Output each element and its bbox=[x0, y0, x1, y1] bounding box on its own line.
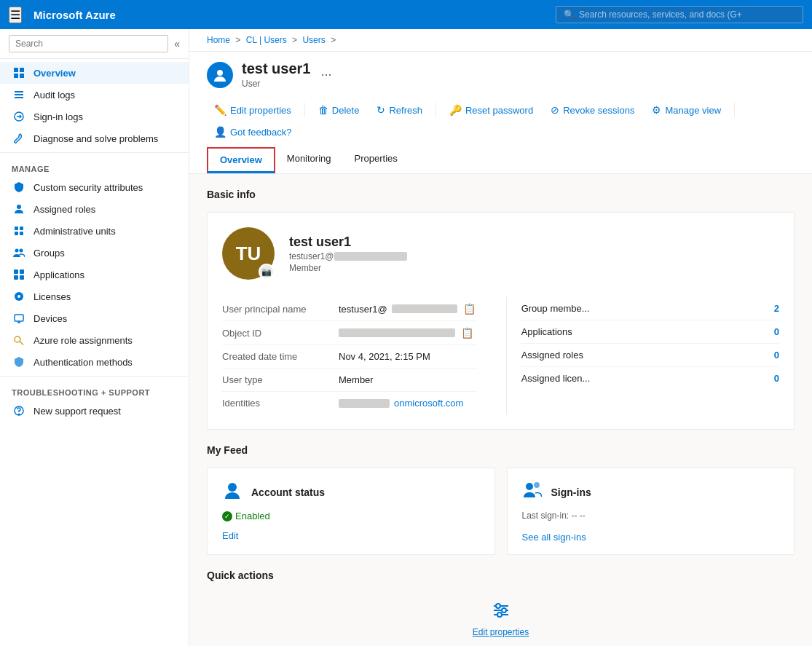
status-enabled: ✓ Enabled bbox=[222, 511, 270, 521]
sidebar-item-support[interactable]: New support request bbox=[0, 400, 189, 422]
sidebar-search-row: « bbox=[0, 29, 189, 59]
svg-point-8 bbox=[17, 205, 21, 209]
manage-view-button[interactable]: ⚙ Manage view bbox=[645, 101, 728, 119]
breadcrumb-cl-users[interactable]: CL | Users bbox=[246, 35, 287, 45]
stat-value-apps[interactable]: 0 bbox=[765, 326, 779, 337]
stat-label-roles: Assigned roles bbox=[521, 350, 765, 361]
sidebar-item-diagnose[interactable]: Diagnose and solve problems bbox=[0, 127, 189, 149]
see-all-signins-link[interactable]: See all sign-ins bbox=[522, 532, 586, 543]
tab-monitoring[interactable]: Monitoring bbox=[275, 147, 343, 173]
sidebar-item-assigned-roles[interactable]: Assigned roles bbox=[0, 198, 189, 220]
reset-pwd-label: Reset password bbox=[465, 105, 533, 116]
manage-view-label: Manage view bbox=[665, 105, 721, 116]
sidebar-item-label: Devices bbox=[33, 313, 67, 324]
quick-actions-area: Edit properties bbox=[207, 593, 795, 637]
svg-point-27 bbox=[217, 70, 223, 76]
sign-ins-title: Sign-ins bbox=[551, 487, 591, 498]
svg-point-29 bbox=[526, 483, 533, 490]
user-profile-name: test user1 bbox=[289, 235, 407, 250]
page-header: test user1 User ··· ✏️ Edit properties 🗑… bbox=[189, 52, 812, 174]
sidebar-item-overview[interactable]: Overview bbox=[0, 62, 189, 84]
sidebar-item-licenses[interactable]: Licenses bbox=[0, 285, 189, 307]
sidebar-divider bbox=[0, 152, 189, 153]
tab-overview[interactable]: Overview bbox=[207, 147, 275, 173]
user-profile-info: test user1 testuser1@ Member bbox=[289, 235, 407, 273]
sidebar-item-custom-security[interactable]: Custom security attributes bbox=[0, 176, 189, 198]
stat-label-groups: Group membe... bbox=[521, 303, 765, 314]
sidebar-item-auth-methods[interactable]: Authentication methods bbox=[0, 351, 189, 373]
quick-action-edit-properties-link[interactable]: Edit properties bbox=[473, 627, 529, 637]
user-avatar-large: TU 📷 bbox=[222, 227, 275, 280]
hamburger-menu[interactable]: ☰ bbox=[9, 7, 22, 23]
inner-content: Basic info TU 📷 test user1 testuser1@ Me… bbox=[189, 174, 812, 646]
account-status-header: Account status bbox=[222, 480, 480, 505]
toolbar-separator-3 bbox=[734, 103, 735, 117]
sidebar-item-label: New support request bbox=[33, 406, 121, 417]
info-label-identities: Identities bbox=[222, 398, 339, 409]
sidebar-item-azure-roles[interactable]: Azure role assignments bbox=[0, 329, 189, 351]
svg-point-30 bbox=[534, 482, 540, 488]
support-icon bbox=[12, 405, 26, 417]
revoke-sessions-button[interactable]: ⊘ Revoke sessions bbox=[543, 101, 642, 119]
account-status-title: Account status bbox=[251, 487, 325, 498]
manage-section-label: Manage bbox=[0, 156, 189, 176]
info-row-usertype: User type Member bbox=[222, 369, 477, 392]
svg-point-23 bbox=[15, 336, 20, 342]
sidebar-item-audit-logs[interactable]: Audit logs bbox=[0, 84, 189, 106]
info-value-identities: onmicrosoft.com bbox=[339, 398, 477, 409]
sidebar: « Overview Audit logs Sign-in logs bbox=[0, 29, 189, 646]
page-header-top: test user1 User ··· bbox=[207, 60, 795, 89]
stat-value-groups[interactable]: 2 bbox=[765, 303, 779, 314]
svg-rect-10 bbox=[20, 227, 23, 230]
user-title-area: test user1 User bbox=[242, 60, 317, 89]
identity-link[interactable]: onmicrosoft.com bbox=[394, 398, 463, 409]
svg-rect-0 bbox=[14, 68, 18, 72]
feedback-button[interactable]: 👤 Got feedback? bbox=[207, 122, 299, 141]
admin-icon bbox=[12, 225, 26, 237]
toolbar-separator-2 bbox=[435, 103, 436, 117]
toolbar-separator-1 bbox=[304, 103, 305, 117]
key-icon bbox=[12, 334, 26, 346]
sidebar-item-applications[interactable]: Applications bbox=[0, 264, 189, 285]
reset-password-button[interactable]: 🔑 Reset password bbox=[442, 101, 540, 119]
sidebar-divider-2 bbox=[0, 376, 189, 377]
copy-objectid-button[interactable]: 📋 bbox=[460, 327, 475, 339]
sidebar-item-devices[interactable]: Devices bbox=[0, 307, 189, 329]
breadcrumb-users[interactable]: Users bbox=[302, 35, 325, 45]
breadcrumb: Home > CL | Users > Users > bbox=[189, 29, 812, 52]
stat-value-roles[interactable]: 0 bbox=[765, 350, 779, 361]
sidebar-item-groups[interactable]: Groups bbox=[0, 242, 189, 264]
svg-rect-18 bbox=[20, 275, 24, 280]
more-options-button[interactable]: ··· bbox=[317, 66, 336, 84]
global-search[interactable]: 🔍 Search resources, services, and docs (… bbox=[556, 6, 803, 23]
sidebar-item-label: Overview bbox=[33, 68, 76, 79]
info-value-objectid: 📋 bbox=[339, 327, 477, 339]
edit-label: Edit properties bbox=[230, 105, 291, 116]
search-input[interactable] bbox=[9, 35, 168, 52]
tab-properties[interactable]: Properties bbox=[343, 147, 409, 173]
stat-label-apps: Applications bbox=[521, 326, 765, 337]
delete-icon: 🗑 bbox=[318, 104, 328, 116]
breadcrumb-home[interactable]: Home bbox=[207, 35, 230, 45]
stat-row-licenses: Assigned licen... 0 bbox=[521, 367, 779, 390]
page-title: test user1 bbox=[242, 60, 311, 77]
svg-rect-17 bbox=[14, 275, 18, 280]
search-icon: 🔍 bbox=[564, 9, 575, 20]
page-subtitle: User bbox=[242, 79, 317, 89]
sidebar-item-label: Azure role assignments bbox=[33, 335, 133, 346]
account-status-status: ✓ Enabled bbox=[222, 511, 480, 521]
sidebar-item-signin-logs[interactable]: Sign-in logs bbox=[0, 106, 189, 127]
camera-icon[interactable]: 📷 bbox=[259, 264, 275, 280]
delete-button[interactable]: 🗑 Delete bbox=[311, 101, 367, 119]
refresh-button[interactable]: ↻ Refresh bbox=[369, 101, 430, 119]
stat-value-licenses[interactable]: 0 bbox=[765, 373, 779, 384]
info-value-upn: testuser1@ 📋 bbox=[339, 303, 477, 315]
revoke-label: Revoke sessions bbox=[563, 105, 634, 116]
info-row-created: Created date time Nov 4, 2021, 2:15 PM bbox=[222, 345, 477, 369]
sidebar-item-admin-units[interactable]: Administrative units bbox=[0, 220, 189, 242]
refresh-label: Refresh bbox=[389, 105, 422, 116]
account-status-edit-link[interactable]: Edit bbox=[222, 530, 238, 541]
copy-upn-button[interactable]: 📋 bbox=[462, 303, 477, 315]
collapse-sidebar-button[interactable]: « bbox=[174, 38, 180, 50]
edit-properties-button[interactable]: ✏️ Edit properties bbox=[207, 101, 299, 119]
